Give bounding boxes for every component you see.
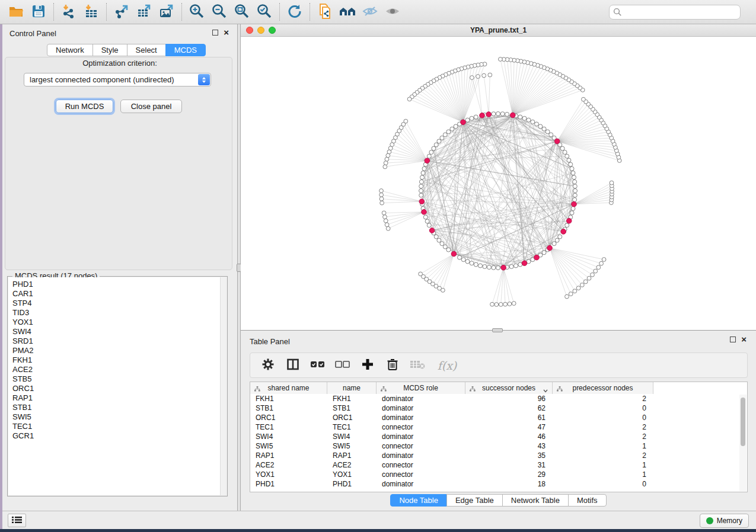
show-all-button[interactable] bbox=[381, 2, 404, 22]
table-cell: RAP1 bbox=[327, 451, 377, 460]
task-history-button[interactable] bbox=[8, 514, 26, 527]
mcds-result-item[interactable]: GCR1 bbox=[12, 431, 227, 441]
mcds-result-item[interactable]: ACE2 bbox=[12, 365, 227, 374]
hide-selected-button[interactable] bbox=[359, 2, 381, 22]
first-neighbors-button[interactable] bbox=[336, 2, 359, 22]
table-tab-network-table[interactable]: Network Table bbox=[502, 494, 569, 507]
export-table-icon bbox=[136, 4, 152, 21]
float-panel-icon[interactable] bbox=[212, 30, 218, 36]
mcds-result-item[interactable]: CAR1 bbox=[12, 289, 227, 299]
refresh-layout-button[interactable] bbox=[283, 2, 306, 22]
import-network-button[interactable] bbox=[58, 2, 80, 22]
table-row[interactable]: TEC1TEC1connector472 bbox=[250, 422, 747, 432]
table-scrollbar[interactable] bbox=[739, 395, 747, 491]
table-row[interactable]: SWI4SWI4dominator462 bbox=[250, 432, 747, 441]
table-cell: 35 bbox=[465, 451, 553, 460]
mcds-result-item[interactable]: YOX1 bbox=[12, 318, 227, 327]
float-table-panel-icon[interactable] bbox=[730, 336, 736, 342]
tab-mcds[interactable]: MCDS bbox=[165, 44, 206, 56]
zoom-in-button[interactable] bbox=[186, 2, 208, 22]
search-input[interactable] bbox=[609, 5, 741, 20]
table-tab-node-table[interactable]: Node Table bbox=[390, 494, 447, 507]
save-session-button[interactable] bbox=[27, 2, 50, 22]
table-cell: 47 bbox=[465, 422, 553, 432]
horizontal-splitter-handle[interactable] bbox=[492, 328, 503, 332]
column-header-MCDS-role[interactable]: MCDS role bbox=[377, 382, 465, 394]
zoom-out-button[interactable] bbox=[208, 2, 231, 22]
show-columns-button[interactable] bbox=[283, 357, 302, 374]
mcds-result-item[interactable]: RAP1 bbox=[12, 393, 227, 403]
network-graph[interactable] bbox=[241, 37, 756, 330]
table-row[interactable]: ORC1ORC1dominator610 bbox=[250, 413, 747, 422]
destroy-table-button[interactable] bbox=[408, 357, 427, 374]
mcds-result-item[interactable]: SRD1 bbox=[12, 336, 227, 346]
close-panel-button[interactable]: Close panel bbox=[120, 100, 182, 113]
table-cell: ORC1 bbox=[327, 413, 377, 422]
mcds-result-item[interactable]: PMA2 bbox=[12, 346, 227, 355]
mcds-result-list[interactable]: PHD1CAR1STP4TID3YOX1SWI4SRD1PMA2FKH1ACE2… bbox=[8, 277, 227, 495]
mcds-result-item[interactable]: PHD1 bbox=[12, 280, 227, 289]
select-all-button[interactable] bbox=[308, 357, 327, 374]
import-table-button[interactable] bbox=[80, 2, 103, 22]
table-row[interactable]: RAP1RAP1dominator352 bbox=[250, 451, 747, 460]
table-scrollbar-thumb[interactable] bbox=[741, 398, 745, 446]
toolbar-separator bbox=[279, 3, 280, 21]
export-table-button[interactable] bbox=[133, 2, 155, 22]
control-panel-tabs: NetworkStyleSelectMCDS bbox=[47, 44, 206, 56]
mcds-list-scrollbar[interactable] bbox=[220, 277, 227, 495]
export-network-button[interactable] bbox=[110, 2, 133, 22]
tab-network[interactable]: Network bbox=[47, 44, 93, 56]
mcds-result-item[interactable]: TID3 bbox=[12, 308, 227, 318]
criterion-select[interactable]: largest connected component (undirected) bbox=[24, 73, 211, 86]
toolbar-separator bbox=[310, 3, 310, 21]
table-settings-button[interactable] bbox=[259, 357, 277, 374]
toolbar-separator bbox=[106, 3, 107, 21]
zoom-selected-button[interactable] bbox=[253, 2, 276, 22]
export-image-button[interactable] bbox=[155, 2, 178, 22]
table-row[interactable]: YOX1YOX1connector291 bbox=[250, 470, 747, 479]
desktop-edge bbox=[0, 529, 756, 532]
table-tab-edge-table[interactable]: Edge Table bbox=[446, 494, 503, 507]
column-header-name[interactable]: name bbox=[327, 382, 377, 394]
tab-select[interactable]: Select bbox=[127, 44, 166, 56]
open-file-button[interactable] bbox=[5, 2, 27, 22]
unselect-all-button[interactable] bbox=[333, 357, 352, 374]
column-header-shared-name[interactable]: shared name bbox=[250, 382, 327, 394]
table-row[interactable]: FKH1FKH1dominator962 bbox=[250, 394, 747, 403]
add-column-button[interactable] bbox=[358, 357, 377, 374]
table-cell: SWI4 bbox=[327, 432, 377, 441]
table-tab-motifs[interactable]: Motifs bbox=[568, 494, 607, 507]
zoom-selected-icon bbox=[256, 3, 273, 21]
sort-chevron-icon[interactable] bbox=[543, 386, 547, 389]
table-row[interactable]: ACE2ACE2connector311 bbox=[250, 460, 747, 470]
copy-network-button[interactable] bbox=[314, 2, 336, 22]
table-cell: 96 bbox=[465, 394, 553, 403]
memory-button[interactable]: Memory bbox=[700, 514, 749, 528]
mcds-result-item[interactable]: SWI5 bbox=[12, 412, 227, 422]
table-row[interactable]: STB1STB1dominator620 bbox=[250, 403, 747, 413]
function-builder-button[interactable]: f(x) bbox=[433, 357, 461, 374]
close-table-panel-icon[interactable]: × bbox=[741, 336, 747, 342]
mcds-result-item[interactable]: SWI4 bbox=[12, 327, 227, 336]
zoom-fit-button[interactable] bbox=[231, 2, 253, 22]
table-row[interactable]: SWI5SWI5connector431 bbox=[250, 441, 747, 451]
mcds-result-item[interactable]: STP4 bbox=[12, 299, 227, 308]
mcds-result-item[interactable]: ORC1 bbox=[12, 384, 227, 393]
mcds-result-item[interactable]: STB1 bbox=[12, 403, 227, 412]
column-header-successor-nodes[interactable]: successor nodes bbox=[465, 382, 553, 394]
run-mcds-button[interactable]: Run MCDS bbox=[56, 100, 113, 113]
table-row[interactable]: PHD1PHD1dominator180 bbox=[250, 479, 747, 489]
network-titlebar[interactable]: YPA_prune.txt_1 bbox=[241, 24, 756, 37]
column-header-predecessor-nodes[interactable]: predecessor nodes bbox=[553, 382, 653, 394]
mcds-result-item[interactable]: TEC1 bbox=[12, 422, 227, 431]
tab-style[interactable]: Style bbox=[92, 44, 127, 56]
network-canvas[interactable] bbox=[241, 37, 756, 330]
close-panel-icon[interactable]: × bbox=[224, 30, 229, 36]
zoom-in-icon bbox=[189, 3, 205, 21]
mcds-result-item[interactable]: FKH1 bbox=[12, 355, 227, 365]
import-table-icon bbox=[84, 4, 99, 21]
control-panel-title: Control Panel bbox=[9, 29, 56, 38]
mcds-result-item[interactable]: STB5 bbox=[12, 374, 227, 384]
open-folder-icon bbox=[8, 4, 24, 21]
delete-column-button[interactable] bbox=[383, 357, 402, 374]
